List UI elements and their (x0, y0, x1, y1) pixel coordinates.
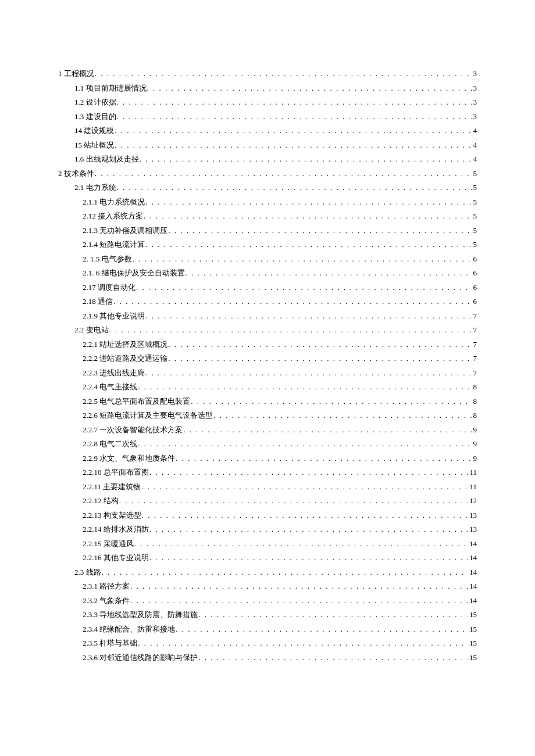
toc-entry[interactable]: 2.2 变电站 7 (58, 323, 477, 338)
toc-entry[interactable]: 2.2.11 主要建筑物 11 (58, 480, 477, 495)
toc-page-number: 12 (468, 494, 477, 508)
toc-label: 1.6 出线规划及走径 (74, 152, 139, 167)
toc-label: 2 技术条件 (58, 167, 94, 181)
toc-entry[interactable]: 2.2.10 总平面布置图 11 (58, 465, 477, 480)
toc-label: 2.18 通信 (83, 295, 113, 309)
toc-entry[interactable]: 2.2.13 构支架选型 13 (58, 508, 477, 523)
toc-page-number: 6 (472, 252, 477, 267)
toc-entry[interactable]: 2.3.6 对邻近通信线路的影响与保护 15 (58, 651, 477, 665)
toc-label: 15 站址概况 (74, 138, 114, 153)
toc-page-number: 8 (472, 380, 477, 395)
toc-entry[interactable]: 2.1.3 无功补偿及调相调压 5 (58, 224, 477, 238)
toc-leader-dots (116, 95, 472, 110)
toc-leader-dots (183, 423, 472, 438)
toc-entry[interactable]: 2.3.4 绝缘配合、防雷和接地 15 (58, 622, 477, 637)
toc-entry[interactable]: 2.2.14 给排水及消防 13 (58, 522, 477, 537)
toc-page-number: 15 (468, 651, 477, 665)
toc-entry[interactable]: 2.1.4 短路电流计算 5 (58, 238, 477, 252)
toc-leader-dots (145, 309, 472, 324)
toc-page-number: 15 (468, 636, 477, 651)
toc-label: 2.2.13 构支架选型 (83, 508, 141, 523)
toc-leader-dots (114, 138, 472, 153)
toc-label: 2.3.4 绝缘配合、防雷和接地 (83, 622, 175, 637)
toc-entry[interactable]: 2.2.4 电气主接线 8 (58, 380, 477, 395)
toc-page-number: 4 (472, 124, 477, 138)
toc-leader-dots (94, 167, 472, 181)
toc-label: 2.3.3 导地线选型及防震、防舞措施 (83, 608, 198, 622)
toc-entry[interactable]: 2.2.1 站址选择及区域概况 7 (58, 338, 477, 352)
toc-label: 2.2.11 主要建筑物 (83, 480, 141, 495)
toc-label: 1 工程概况 (58, 67, 94, 81)
toc-entry[interactable]: 2.2.12 结构 12 (58, 494, 477, 508)
toc-entry[interactable]: 2.3 线路 14 (58, 565, 477, 580)
toc-entry[interactable]: 2.2.16 其他专业说明 14 (58, 551, 477, 565)
toc-entry[interactable]: 2.12 接入系统方案 5 (58, 209, 477, 224)
toc-entry[interactable]: 1.3 建设目的 3 (58, 110, 477, 124)
toc-label: 2.2.12 结构 (83, 494, 119, 508)
toc-leader-dots (198, 608, 468, 622)
toc-leader-dots (167, 338, 472, 352)
toc-entry[interactable]: 2.1 电力系统 5 (58, 181, 477, 195)
toc-page-number: 15 (468, 622, 477, 637)
toc-page-number: 3 (472, 67, 477, 81)
toc-leader-dots (116, 110, 472, 124)
toc-entry[interactable]: 2.2.8 电气二次线 9 (58, 437, 477, 452)
toc-page-number: 9 (472, 437, 477, 452)
toc-leader-dots (149, 465, 469, 480)
toc-entry[interactable]: 14 建设规模 4 (58, 124, 477, 138)
toc-label: 14 建设规模 (74, 124, 114, 138)
toc-page-number: 14 (468, 537, 477, 551)
toc-page-number: 14 (468, 579, 477, 594)
toc-page-number: 11 (468, 465, 477, 480)
toc-entry[interactable]: 2.3.3 导地线选型及防震、防舞措施 15 (58, 608, 477, 622)
toc-page-number: 8 (472, 395, 477, 409)
toc-entry[interactable]: 2.18 通信 6 (58, 295, 477, 309)
toc-leader-dots (145, 238, 472, 252)
toc-entry[interactable]: 2.2.3 进线出线走廊 7 (58, 366, 477, 381)
toc-entry[interactable]: 1 工程概况 3 (58, 67, 477, 81)
toc-page-number: 14 (468, 594, 477, 608)
toc-page-number: 5 (472, 181, 477, 195)
toc-entry[interactable]: 2.2.5 电气总平面布置及配电装置 8 (58, 395, 477, 409)
toc-leader-dots (145, 195, 472, 210)
toc-label: 2.2.2 进站道路及交通运输 (83, 352, 167, 366)
toc-entry[interactable]: 2.1. 6 继电保护及安全自动装置 6 (58, 266, 477, 281)
toc-leader-dots (135, 281, 472, 295)
toc-entry[interactable]: 2.2.9 水文、气象和地质条件 9 (58, 452, 477, 466)
toc-entry[interactable]: 1.1 项目前期进展情况 3 (58, 81, 477, 96)
toc-entry[interactable]: 2 技术条件 5 (58, 167, 477, 181)
toc-label: 2.2.15 采暖通风 (83, 537, 134, 551)
toc-label: 2.2.14 给排水及消防 (83, 522, 149, 537)
toc-entry[interactable]: 2.17 调度自动化 6 (58, 281, 477, 295)
toc-entry[interactable]: 2.2.15 采暖通风 14 (58, 537, 477, 551)
toc-entry[interactable]: 2.1.1 电力系统概况 5 (58, 195, 477, 210)
toc-entry[interactable]: 2.3.2 气象条件 14 (58, 594, 477, 608)
toc-label: 2.1.4 短路电流计算 (83, 238, 145, 252)
toc-entry[interactable]: 2.3.5 杆塔与基础 15 (58, 636, 477, 651)
toc-page-number: 3 (472, 110, 477, 124)
toc-label: 2.2.5 电气总平面布置及配电装置 (83, 395, 190, 409)
toc-page-number: 4 (472, 152, 477, 167)
toc-leader-dots (145, 366, 472, 381)
toc-leader-dots (137, 437, 472, 452)
toc-entry[interactable]: 2. 1.5 电气参数 6 (58, 252, 477, 267)
toc-entry[interactable]: 2.1.9 其他专业说明 7 (58, 309, 477, 324)
toc-page-number: 7 (472, 338, 477, 352)
toc-entry[interactable]: 2.2.7 一次设备智能化技术方案 9 (58, 423, 477, 438)
toc-entry[interactable]: 2.3.1 路径方案 14 (58, 579, 477, 594)
toc-leader-dots (149, 551, 468, 565)
toc-entry[interactable]: 15 站址概况 4 (58, 138, 477, 153)
toc-leader-dots (167, 352, 472, 366)
toc-entry[interactable]: 2.2.2 进站道路及交通运输 7 (58, 352, 477, 366)
toc-leader-dots (141, 480, 468, 495)
toc-page-number: 13 (468, 508, 477, 523)
toc-label: 2.2.8 电气二次线 (83, 437, 137, 452)
toc-leader-dots (109, 323, 472, 338)
toc-label: 2.2.3 进线出线走廊 (83, 366, 145, 381)
toc-entry[interactable]: 1.6 出线规划及走径 4 (58, 152, 477, 167)
toc-page-number: 8 (472, 409, 477, 423)
toc-leader-dots (175, 452, 472, 466)
toc-leader-dots (141, 508, 468, 523)
toc-entry[interactable]: 1.2 设计依据 3 (58, 95, 477, 110)
toc-entry[interactable]: 2.2.6 短路电流计算及主要电气设备选型 8 (58, 409, 477, 423)
